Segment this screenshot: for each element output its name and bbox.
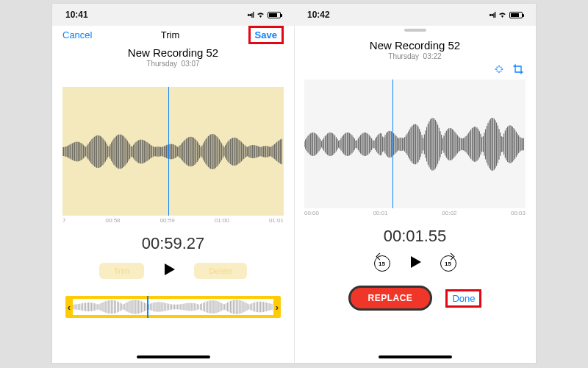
- transport-controls: Trim Delete: [52, 261, 294, 281]
- time-ruler: 00:0000:0100:0200:03: [294, 208, 536, 216]
- home-indicator[interactable]: [379, 355, 452, 358]
- recording-title: New Recording 52: [294, 39, 536, 52]
- signal-icon: ••ıl: [489, 11, 495, 19]
- playhead-scrubber[interactable]: [392, 79, 393, 208]
- sheet-grabber[interactable]: [404, 29, 426, 32]
- home-indicator[interactable]: [137, 355, 210, 358]
- playhead-scrubber[interactable]: [168, 87, 169, 216]
- status-bar: 10:41 ••ıl: [52, 4, 294, 26]
- recording-subtitle: Thursday 03:07: [52, 60, 294, 68]
- play-button[interactable]: [160, 261, 178, 281]
- waveform: [304, 115, 525, 174]
- clock: 10:41: [65, 10, 88, 20]
- delete-button[interactable]: Delete: [194, 263, 247, 279]
- current-time: 00:59.27: [52, 234, 294, 253]
- recording-subtitle: Thursday 03:22: [294, 52, 536, 60]
- clock: 10:42: [307, 10, 330, 20]
- battery-icon: [509, 12, 523, 18]
- trim-timeline[interactable]: ‹ ›: [65, 296, 281, 318]
- skip-forward-button[interactable]: 15: [440, 255, 456, 272]
- trim-waveform: [73, 299, 273, 315]
- crop-icon[interactable]: [512, 63, 524, 75]
- screenshot-pair: 10:41 ••ıl Cancel Trim Save New Recordin…: [51, 3, 537, 364]
- trim-playhead[interactable]: [147, 296, 148, 318]
- waveform-area[interactable]: [304, 79, 526, 208]
- time-ruler: 700:5800:5901:0001:01: [52, 216, 294, 224]
- signal-icon: ••ıl: [247, 11, 254, 19]
- recording-title: New Recording 52: [52, 46, 294, 59]
- tool-row: [294, 60, 536, 75]
- nav-bar: Cancel Trim Save: [52, 26, 294, 43]
- wifi-icon: [498, 10, 507, 20]
- cancel-button[interactable]: Cancel: [62, 29, 92, 40]
- status-icons: ••ıl: [489, 10, 523, 20]
- waveform: [62, 122, 283, 181]
- waveform-area[interactable]: [62, 87, 284, 216]
- current-time: 00:01.55: [294, 227, 536, 246]
- enhance-icon[interactable]: [493, 63, 505, 75]
- trim-handle-right[interactable]: ›: [273, 296, 281, 318]
- done-button[interactable]: Done: [445, 289, 481, 308]
- recording-header: New Recording 52 Thursday 03:07: [52, 46, 294, 68]
- skip-back-button[interactable]: 15: [374, 255, 390, 272]
- save-button[interactable]: Save: [248, 26, 284, 44]
- nav-title: Trim: [161, 29, 180, 40]
- recording-header: New Recording 52 Thursday 03:22: [294, 39, 536, 60]
- transport-controls: 15 15: [294, 253, 536, 274]
- phone-right-record-view: 10:42 ••ıl New Recording 52 Thursday 03:…: [294, 4, 536, 363]
- wifi-icon: [256, 10, 265, 20]
- battery-icon: [268, 12, 281, 18]
- phone-left-trim-view: 10:41 ••ıl Cancel Trim Save New Recordin…: [52, 4, 294, 363]
- bottom-actions: REPLACE Done: [294, 286, 536, 311]
- trim-button[interactable]: Trim: [99, 263, 145, 279]
- trim-handle-left[interactable]: ‹: [65, 296, 73, 318]
- play-button[interactable]: [406, 253, 424, 274]
- status-bar: 10:42 ••ıl: [294, 4, 536, 26]
- replace-button[interactable]: REPLACE: [348, 286, 433, 311]
- status-icons: ••ıl: [247, 10, 281, 20]
